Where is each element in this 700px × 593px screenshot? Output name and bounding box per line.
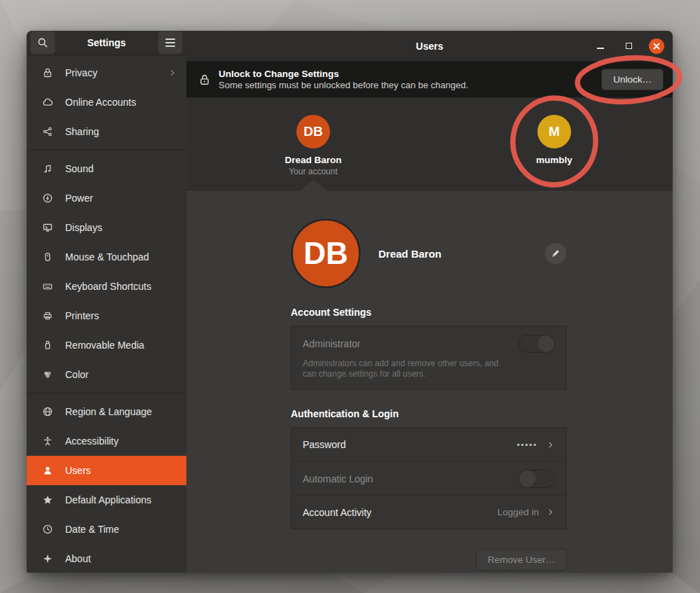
sidebar-separator (27, 150, 186, 151)
sidebar-item-label: Privacy (65, 67, 168, 78)
search-icon (37, 37, 48, 48)
account-activity-row[interactable]: Account Activity Logged in (291, 495, 566, 529)
share-icon (42, 126, 53, 137)
lock-icon (198, 74, 211, 86)
auth-login-heading: Authentication & Login (291, 408, 567, 419)
sidebar-item-privacy[interactable]: Privacy (27, 58, 186, 88)
sidebar-item-sound[interactable]: Sound (27, 154, 186, 183)
sidebar-item-accessibility[interactable]: Accessibility (27, 426, 186, 456)
user-chip-dread-baron[interactable]: DBDread BaronYour account (264, 115, 362, 176)
accessibility-icon (42, 435, 53, 447)
sidebar-separator (27, 393, 186, 393)
sidebar-item-label: Accessibility (65, 435, 177, 447)
sidebar-item-label: Keyboard Shortcuts (65, 281, 177, 292)
account-activity-value: Logged in (497, 507, 539, 517)
drive-icon (42, 340, 53, 351)
pencil-icon (551, 249, 561, 258)
user-name: Dread Baron (264, 155, 362, 165)
administrator-toggle[interactable] (519, 335, 555, 353)
footer-row: Remove User… (291, 549, 567, 571)
sidebar-title: Settings (58, 37, 155, 48)
sidebar-item-label: Displays (65, 222, 177, 233)
search-button[interactable] (30, 31, 55, 55)
sidebar-item-label: Sharing (65, 126, 177, 137)
user-avatar: M (537, 115, 571, 148)
password-label: Password (303, 439, 517, 450)
sidebar-item-keyboard-shortcuts[interactable]: Keyboard Shortcuts (27, 272, 186, 301)
window-controls (593, 39, 664, 54)
chevron-right-icon (546, 440, 555, 449)
user-carousel: DBDread BaronYour accountMmumbly (186, 98, 673, 190)
unlock-button[interactable]: Unlock… (601, 69, 664, 90)
sidebar-item-label: Mouse & Touchpad (65, 251, 177, 263)
sidebar-item-label: Power (65, 193, 177, 204)
sidebar-item-power[interactable]: Power (27, 183, 186, 213)
automatic-login-row: Automatic Login (291, 461, 566, 495)
automatic-login-toggle[interactable] (519, 470, 555, 488)
power-icon (42, 193, 53, 204)
banner-subtitle: Some settings must be unlocked before th… (219, 80, 601, 91)
account-settings-card: Administrator Administrators can add and… (291, 326, 567, 390)
profile-avatar[interactable]: DB (291, 218, 361, 288)
sidebar-item-sharing[interactable]: Sharing (27, 117, 186, 146)
user-subtitle: Your account (264, 167, 362, 176)
user-detail-pane: DB Dread Baron Account Settings Administ… (186, 190, 673, 573)
administrator-label: Administrator (303, 338, 519, 349)
sidebar-item-printers[interactable]: Printers (27, 301, 186, 330)
sound-icon (42, 163, 53, 174)
minimize-icon (597, 48, 604, 49)
administrator-description: Administrators can add and remove other … (303, 358, 513, 379)
maximize-icon (626, 43, 632, 49)
display-icon (42, 222, 53, 233)
users-icon (42, 465, 53, 476)
sidebar-item-label: Region & Language (65, 406, 177, 417)
chevron-right-icon (168, 69, 177, 77)
cloud-icon (42, 97, 53, 108)
sidebar-item-date-time[interactable]: Date & Time (27, 515, 186, 544)
edit-name-button[interactable] (544, 242, 567, 265)
sidebar-item-label: Date & Time (65, 524, 177, 535)
menu-button[interactable] (158, 31, 183, 55)
auth-login-card: Password ••••• Automatic Login Account A… (291, 427, 567, 529)
sidebar-item-label: Online Accounts (65, 97, 177, 108)
sidebar-item-color[interactable]: Color (27, 360, 186, 389)
sidebar-item-mouse-touchpad[interactable]: Mouse & Touchpad (27, 242, 186, 272)
sidebar-item-displays[interactable]: Displays (27, 213, 186, 242)
sidebar-item-label: Sound (65, 163, 177, 174)
user-avatar: DB (296, 115, 330, 148)
profile-row: DB Dread Baron (291, 218, 567, 288)
sidebar-item-region-language[interactable]: Region & Language (27, 397, 186, 426)
headerbar: Users (186, 31, 673, 62)
clock-icon (42, 524, 53, 535)
close-button[interactable] (649, 39, 664, 54)
sidebar-header: Settings (27, 31, 186, 55)
maximize-button[interactable] (621, 39, 636, 54)
minimize-button[interactable] (593, 39, 608, 54)
hamburger-icon (165, 39, 175, 47)
user-chip-mumbly[interactable]: Mmumbly (505, 115, 603, 165)
profile-name: Dread Baron (378, 248, 544, 260)
sidebar-item-label: Users (65, 465, 177, 476)
keyboard-icon (42, 281, 53, 292)
sidebar-item-default-applications[interactable]: Default Applications (27, 485, 186, 515)
sidebar-item-users[interactable]: Users (27, 456, 186, 485)
sidebar: Settings PrivacyOnline AccountsSharingSo… (27, 31, 186, 573)
password-row[interactable]: Password ••••• (291, 428, 566, 461)
sidebar-item-label: About (65, 553, 177, 564)
sidebar-item-label: Color (65, 369, 177, 380)
sidebar-item-about[interactable]: About (27, 544, 186, 573)
sidebar-item-removable-media[interactable]: Removable Media (27, 330, 186, 360)
globe-icon (42, 406, 53, 417)
color-icon (42, 369, 53, 380)
lock-icon (42, 67, 53, 78)
sidebar-item-label: Printers (65, 310, 177, 321)
account-activity-label: Account Activity (303, 507, 497, 518)
settings-window: Settings PrivacyOnline AccountsSharingSo… (27, 31, 673, 573)
password-value: ••••• (517, 440, 537, 449)
star-icon (42, 494, 53, 505)
chevron-right-icon (546, 508, 555, 517)
sidebar-item-online-accounts[interactable]: Online Accounts (27, 88, 186, 117)
main-pane: Users Unlock to Change Settings Some set… (186, 31, 673, 573)
selected-user-caret (300, 180, 327, 190)
remove-user-button[interactable]: Remove User… (476, 549, 567, 571)
